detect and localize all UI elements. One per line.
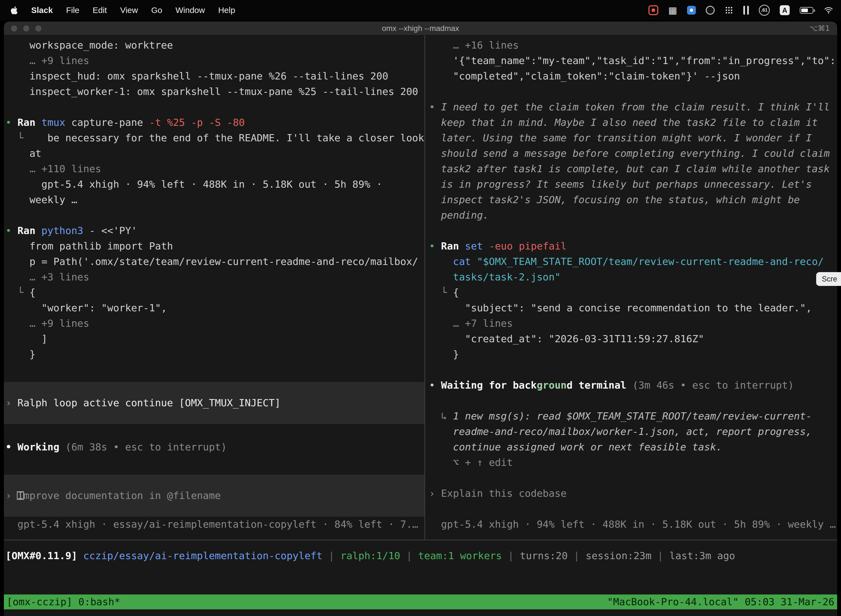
text-segment: inspect_hud: omx sparkshell --tmux-pane … bbox=[6, 70, 388, 82]
tmux-pane-right[interactable]: … +16 lines '{"team_name":"my-team","tas… bbox=[425, 35, 837, 540]
window-title: omx --xhigh --madmax bbox=[4, 24, 837, 33]
screen-recording-indicator[interactable] bbox=[648, 5, 658, 15]
session-footer: gpt-5.4 xhigh · essay/ai-reimplementatio… bbox=[6, 517, 424, 532]
input-source-icon[interactable]: A bbox=[780, 5, 790, 15]
menu-view[interactable]: View bbox=[120, 6, 138, 15]
prompt-input-band[interactable]: › Improve documentation in @filename bbox=[4, 475, 424, 517]
text-segment: 1 new msg(s): read $OMX_TEAM_STATE_ROOT/… bbox=[453, 411, 812, 422]
text-segment: | bbox=[400, 550, 418, 561]
terminal-line: inspect task2's JSON, focusing on the st… bbox=[429, 192, 837, 208]
menu-help[interactable]: Help bbox=[218, 6, 235, 15]
text-segment: "worker": "worker-1", bbox=[6, 302, 167, 314]
text-segment: "completed","claim_token":"claim-token"}… bbox=[429, 70, 740, 82]
text-segment: python3 bbox=[41, 225, 89, 236]
menu-file[interactable]: File bbox=[66, 6, 79, 15]
text-segment: gpt-5.4 xhigh · essay/ai-reimplementatio… bbox=[6, 519, 418, 530]
text-segment: • bbox=[6, 225, 18, 236]
blank-line bbox=[429, 393, 837, 408]
tmux-pane-left[interactable]: workspace_mode: worktree … +9 lines insp… bbox=[4, 35, 424, 540]
text-segment: is in progress? It seems likely but perh… bbox=[429, 179, 812, 190]
thinking-text: • I need to get the claim token from the… bbox=[429, 99, 837, 115]
menu-window[interactable]: Window bbox=[176, 6, 205, 15]
text-segment: capture-pane bbox=[71, 117, 149, 128]
text-segment: "$OMX_TEAM_STATE_ROOT/team/review-curren… bbox=[477, 256, 823, 267]
text-segment: • bbox=[6, 441, 18, 453]
terminal-line: inspect_worker-1: omx sparkshell --tmux-… bbox=[6, 84, 424, 99]
terminal-line: "worker": "worker-1", bbox=[6, 300, 424, 316]
text-segment: Ran bbox=[18, 225, 41, 236]
text-segment: ↳ bbox=[429, 411, 453, 422]
active-app-name[interactable]: Slack bbox=[31, 6, 53, 15]
tmux-status-bar: [omx-cczip] 0:bash* "MacBook-Pro-44.loca… bbox=[4, 594, 837, 609]
text-segment: set bbox=[465, 241, 489, 252]
text-segment: … +7 lines bbox=[429, 318, 513, 329]
text-segment: I bbox=[18, 490, 23, 501]
text-segment: '{"team_name":"my-team","task_id":"1","f… bbox=[429, 55, 836, 66]
text-segment: cczip/essay/ai-reimplementation-copyleft bbox=[84, 550, 322, 561]
ran-tmux-command: • Ran tmux capture-pane -t %25 -p -S -80 bbox=[6, 115, 424, 130]
terminal-line: from pathlib import Path bbox=[6, 238, 424, 254]
text-segment: continue assigned work or next feasible … bbox=[429, 441, 722, 453]
terminal-line: "subject": "send a concise recommendatio… bbox=[429, 300, 837, 316]
terminal-line: '{"team_name":"my-team","task_id":"1","f… bbox=[429, 53, 837, 69]
terminal-line: weekly … bbox=[6, 192, 424, 208]
ran-set-command: • Ran set -euo pipefail bbox=[429, 238, 837, 254]
split-pill-icon[interactable] bbox=[743, 6, 749, 15]
session-footer: gpt-5.4 xhigh · 94% left · 488K in · 5.1… bbox=[429, 517, 837, 532]
dark-app-icon[interactable] bbox=[706, 6, 715, 15]
grid-app-icon[interactable]: ▦ bbox=[668, 5, 677, 16]
text-segment: • bbox=[429, 241, 441, 252]
text-segment: | bbox=[322, 550, 340, 561]
text-segment: d terminal bbox=[567, 380, 627, 391]
text-segment: gpt-5.4 xhigh · 94% left · 488K in · 5.1… bbox=[6, 179, 382, 190]
terminal-line: inspect_hud: omx sparkshell --tmux-pane … bbox=[6, 69, 424, 84]
dots-grid-icon[interactable] bbox=[725, 6, 733, 15]
text-segment: • bbox=[429, 101, 441, 113]
prompt-placeholder[interactable]: › Explain this codebase bbox=[429, 486, 837, 501]
apple-menu-icon[interactable] bbox=[10, 6, 18, 15]
tmux-host-clock-label: "MacBook-Pro-44.local" 05:03 31-Mar-26 bbox=[607, 594, 834, 610]
blank-line bbox=[6, 455, 424, 470]
text-segment: (3m 46s • esc to interrupt) bbox=[626, 380, 794, 391]
text-segment: session:23m bbox=[586, 550, 651, 561]
menu-go[interactable]: Go bbox=[151, 6, 162, 15]
menubar-menus-container: Slack FileEditViewGoWindowHelp bbox=[0, 6, 235, 15]
text-segment: … +3 lines bbox=[6, 271, 89, 283]
text-segment: -t %25 -p -S -80 bbox=[149, 117, 245, 128]
text-segment: keep that in mind. Maybe I also need the… bbox=[429, 117, 818, 128]
blank-line bbox=[6, 362, 424, 378]
battery-gauge-icon[interactable]: .61 bbox=[759, 5, 770, 16]
text-segment: last:3m ago bbox=[670, 550, 735, 561]
text-segment: Ran bbox=[441, 241, 465, 252]
wifi-icon[interactable] bbox=[823, 6, 834, 15]
terminal-line: gpt-5.4 xhigh · 94% left · 488K in · 5.1… bbox=[6, 177, 424, 192]
text-segment: team:1 workers bbox=[418, 550, 502, 561]
terminal-line: cat "$OMX_TEAM_STATE_ROOT/team/review-cu… bbox=[429, 254, 837, 269]
terminal-line: "completed","claim_token":"claim-token"}… bbox=[429, 69, 837, 84]
text-segment: I need to get the claim token from the c… bbox=[441, 101, 830, 113]
text-segment: • bbox=[429, 380, 441, 391]
blue-app-icon[interactable] bbox=[687, 6, 696, 15]
text-segment: p = Path('.omx/state/team/review-current… bbox=[6, 256, 418, 267]
blank-line bbox=[429, 84, 837, 99]
text-segment: └ bbox=[6, 287, 29, 298]
battery-icon[interactable] bbox=[800, 7, 813, 14]
pane-divider-horizontal bbox=[4, 540, 837, 540]
blank-line bbox=[429, 362, 837, 378]
terminal-line: … +9 lines bbox=[6, 316, 424, 331]
text-segment: { bbox=[29, 287, 35, 298]
terminal-line: continue assigned work or next feasible … bbox=[429, 439, 837, 455]
ran-python-command: • Ran python3 - <<'PY' bbox=[6, 223, 424, 238]
terminal-line: └ { bbox=[429, 285, 837, 300]
screen-edge-tooltip[interactable]: Scre bbox=[816, 272, 841, 286]
terminal-line: ] bbox=[6, 331, 424, 347]
text-segment: └ bbox=[429, 287, 453, 298]
text-segment: ralph:1/10 bbox=[340, 550, 400, 561]
menu-edit[interactable]: Edit bbox=[93, 6, 107, 15]
menubar-menus: FileEditViewGoWindowHelp bbox=[66, 6, 235, 15]
text-segment: inspect task2's JSON, focusing on the st… bbox=[429, 194, 800, 205]
text-segment: (6m 38s • esc to interrupt) bbox=[59, 441, 227, 453]
text-segment: from pathlib import Path bbox=[6, 241, 173, 252]
queued-message-band[interactable]: › Ralph loop active continue [OMX_TMUX_I… bbox=[4, 382, 424, 424]
terminal-body: workspace_mode: worktree … +9 lines insp… bbox=[4, 35, 837, 616]
